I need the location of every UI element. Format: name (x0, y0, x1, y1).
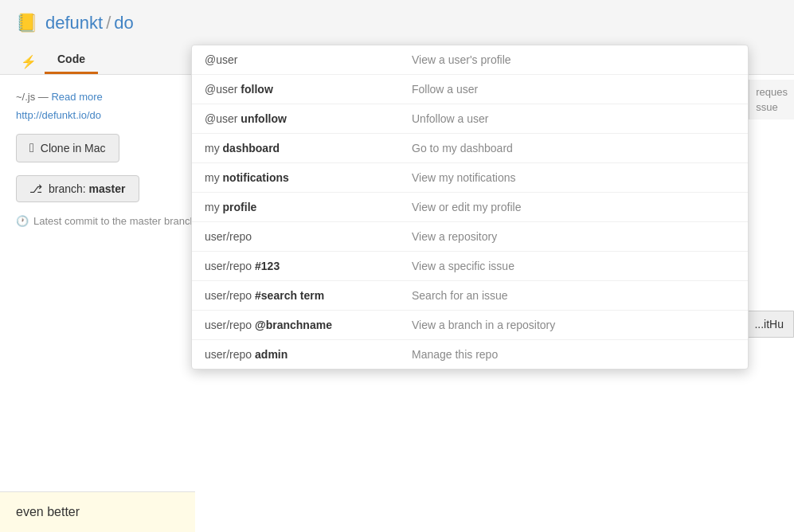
right-panel-partial: reques ssue (749, 80, 794, 119)
dropdown-item[interactable]: @user unfollowUnfollow a user (192, 104, 748, 134)
repo-owner[interactable]: defunkt (45, 13, 103, 33)
repo-title-row: 📒 defunkt / do (16, 13, 778, 33)
dropdown-item[interactable]: user/repo #search termSearch for an issu… (192, 281, 748, 311)
pulse-icon: ⚡ (16, 49, 41, 74)
repo-name[interactable]: do (114, 13, 133, 33)
dropdown-item-description: Search for an issue (412, 289, 508, 302)
latest-commit-text: Latest commit to the master branch (33, 215, 196, 227)
dropdown-item[interactable]: my notificationsView my notifications (192, 163, 748, 193)
tab-code[interactable]: Code (45, 46, 98, 74)
dropdown-item[interactable]: my dashboardGo to my dashboard (192, 134, 748, 163)
branch-name: master (89, 182, 126, 195)
dropdown-item-description: View or edit my profile (412, 201, 521, 213)
dropdown-items-container: @userView a user's profile@user followFo… (192, 45, 748, 369)
repo-slash: / (106, 13, 111, 33)
issues-partial: ssue (756, 101, 788, 113)
clone-btn-label: Clone in Mac (41, 142, 106, 155)
dropdown-item-description: View my notifications (412, 171, 515, 184)
dropdown-item-description: Manage this repo (412, 348, 498, 361)
branch-selector-button[interactable]: ⎇ branch: master (16, 175, 139, 202)
bottom-content: even better (0, 491, 195, 532)
dropdown-item[interactable]: user/repo adminManage this repo (192, 340, 748, 369)
pull-request-partial: reques (756, 86, 788, 98)
dropdown-item-description: View a specific issue (412, 260, 514, 272)
dropdown-item[interactable]: my profileView or edit my profile (192, 193, 748, 222)
read-more-link[interactable]: Read more (51, 91, 102, 103)
clone-in-mac-button[interactable]:  Clone in Mac (16, 134, 119, 162)
branch-label: branch: (49, 182, 86, 195)
dropdown-item-description: View a branch in a repository (412, 319, 555, 331)
branch-icon: ⎇ (29, 182, 42, 195)
dropdown-item[interactable]: user/repo @branchnameView a branch in a … (192, 311, 748, 340)
dropdown-item[interactable]: user/repoView a repository (192, 222, 748, 252)
apple-icon:  (29, 141, 34, 155)
bottom-text: even better (16, 505, 80, 518)
dropdown-item-description: View a user's profile (412, 53, 511, 66)
dropdown-item-description: Go to my dashboard (412, 142, 513, 155)
dropdown-item[interactable]: @user followFollow a user (192, 75, 748, 104)
right-clone-label: ...itHu (754, 318, 784, 331)
right-clone-partial[interactable]: ...itHu (744, 311, 794, 338)
dropdown-item-description: Follow a user (412, 83, 478, 96)
command-dropdown: @userView a user's profile@user followFo… (191, 45, 749, 370)
dropdown-item-description: Unfollow a user (412, 112, 489, 125)
dropdown-item[interactable]: user/repo #123View a specific issue (192, 252, 748, 281)
dropdown-item[interactable]: @userView a user's profile (192, 45, 748, 75)
dropdown-item-description: View a repository (412, 230, 497, 243)
repo-book-icon: 📒 (16, 13, 37, 33)
clock-icon: 🕐 (16, 215, 29, 227)
